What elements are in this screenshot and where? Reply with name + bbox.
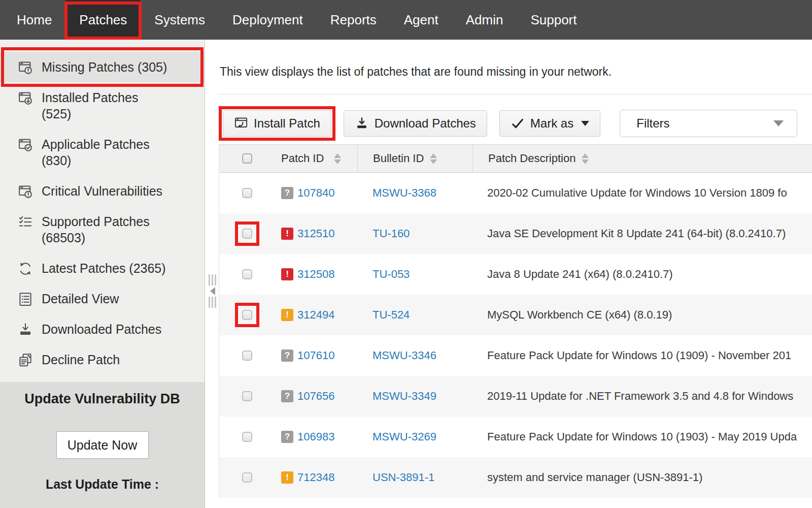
bulletin-id-link[interactable]: TU-524 [373, 308, 410, 322]
applicable-patches-icon [18, 137, 33, 152]
nav-item-deployment[interactable]: Deployment [219, 0, 317, 40]
row-checkbox[interactable] [242, 472, 252, 483]
chevron-down-icon [581, 121, 589, 126]
table-row: !712348USN-3891-1system and service mana… [219, 457, 812, 498]
checkbox-wrap [242, 432, 252, 442]
sort-down-arrow-icon [430, 160, 437, 164]
row-select-cell [219, 391, 275, 401]
sidebar: Missing Patches (305)Installed Patches (… [0, 40, 205, 508]
sidebar-item-supported-patches[interactable]: Supported Patches (68503) [0, 206, 205, 253]
sidebar-item-latest-patches[interactable]: Latest Patches (2365) [0, 253, 205, 283]
unknown-severity-icon: ? [281, 390, 293, 402]
toolbar: Install Patch Download Patches Mark as F… [219, 110, 812, 137]
patch-id-link[interactable]: 107840 [297, 186, 334, 200]
row-checkbox[interactable] [242, 188, 252, 198]
bulletin-id-link[interactable]: USN-3891-1 [373, 471, 434, 484]
important-severity-icon: ! [281, 309, 293, 321]
patches-table: Patch IDBulletin IDPatch Description?107… [219, 144, 812, 498]
sidebar-item-label: Critical Vulnerabilities [42, 183, 162, 199]
critical-severity-icon: ! [281, 228, 293, 240]
mark-as-button[interactable]: Mark as [499, 110, 600, 137]
nav-item-reports[interactable]: Reports [317, 0, 390, 40]
sidebar-item-label: Detailed View [42, 291, 119, 307]
bulletin-id-link[interactable]: MSWU-3346 [373, 349, 436, 362]
install-patch-icon [234, 116, 248, 131]
patch-id-link[interactable]: 107656 [297, 390, 334, 403]
main-content: This view displays the list of patches t… [205, 40, 812, 508]
bulletin-id-cell: TU-053 [357, 268, 472, 281]
sidebar-item-applicable-patches[interactable]: Applicable Patches (830) [0, 129, 205, 176]
patch-description-cell: Java 8 Update 241 (x64) (8.0.2410.7) [472, 268, 812, 281]
table-row: ?107656MSWU-33492019-11 Update for .NET … [219, 376, 812, 417]
column-header-patch-description[interactable]: Patch Description [472, 145, 812, 172]
download-patches-label: Download Patches [375, 116, 476, 131]
sidebar-menu: Missing Patches (305)Installed Patches (… [0, 40, 205, 375]
unknown-severity-icon: ? [281, 350, 293, 362]
nav-item-agent[interactable]: Agent [390, 0, 452, 40]
sidebar-item-label: Installed Patches (525) [42, 89, 168, 122]
update-now-button[interactable]: Update Now [56, 431, 149, 459]
column-header-bulletin-id[interactable]: Bulletin ID [357, 145, 472, 172]
checkbox-wrap [242, 472, 252, 483]
patch-id-link[interactable]: 712348 [297, 471, 334, 484]
sort-down-arrow-icon [334, 160, 341, 164]
patch-id-link[interactable]: 107610 [297, 349, 334, 362]
checkbox-wrap [242, 269, 252, 279]
row-checkbox[interactable] [242, 391, 252, 401]
sidebar-item-detailed-view[interactable]: Detailed View [0, 283, 205, 314]
nav-item-patches[interactable]: Patches [65, 0, 141, 40]
bulletin-id-cell: USN-3891-1 [357, 471, 472, 484]
sidebar-item-critical-vulnerabilities[interactable]: Critical Vulnerabilities [0, 176, 205, 206]
row-checkbox[interactable] [242, 351, 252, 361]
row-select-cell [219, 229, 275, 239]
bulletin-id-cell: TU-160 [357, 227, 472, 240]
bulletin-id-link[interactable]: MSWU-3349 [373, 390, 436, 403]
download-patches-button[interactable]: Download Patches [344, 110, 487, 137]
update-db-title: Update Vulnerability DB [24, 391, 180, 407]
bulletin-id-link[interactable]: MSWU-3368 [373, 186, 436, 200]
column-header-patch-id[interactable]: Patch ID [275, 145, 357, 172]
downloaded-patches-icon [18, 322, 33, 337]
nav-item-home[interactable]: Home [3, 0, 65, 40]
nav-item-admin[interactable]: Admin [452, 0, 517, 40]
table-row: ?106983MSWU-3269Feature Pack Update for … [219, 417, 812, 457]
patch-description-text: Feature Pack Update for Windows 10 (1903… [487, 430, 797, 443]
sidebar-item-downloaded-patches[interactable]: Downloaded Patches [0, 314, 205, 344]
patch-description-cell: Feature Pack Update for Windows 10 (1903… [472, 430, 812, 443]
row-checkbox[interactable] [242, 269, 252, 279]
missing-patches-icon [18, 60, 33, 75]
checkmark-icon [511, 116, 525, 131]
grip-icon [209, 274, 217, 285]
bulletin-id-link[interactable]: TU-053 [373, 268, 410, 281]
grip-icon [209, 297, 217, 308]
patch-id-link[interactable]: 312494 [297, 308, 334, 322]
patch-id-link[interactable]: 312510 [297, 227, 334, 240]
patch-id-link[interactable]: 312508 [297, 268, 334, 281]
critical-vulnerabilities-icon [18, 184, 33, 199]
nav-item-systems[interactable]: Systems [141, 0, 219, 40]
patch-id-link[interactable]: 106983 [297, 430, 334, 443]
nav-item-support[interactable]: Support [517, 0, 590, 40]
select-all-checkbox[interactable] [242, 153, 252, 164]
bulletin-id-cell: MSWU-3346 [357, 349, 472, 362]
sidebar-item-installed-patches[interactable]: Installed Patches (525) [0, 82, 205, 129]
install-patch-button[interactable]: Install Patch [223, 110, 331, 137]
patch-description-cell: system and service manager (USN-3891-1) [472, 471, 812, 484]
sidebar-collapse-handle[interactable] [208, 274, 218, 308]
sidebar-item-missing-patches[interactable]: Missing Patches (305) [0, 52, 205, 82]
sidebar-item-decline-patch[interactable]: Decline Patch [0, 344, 205, 375]
table-row: ?107840MSWU-33682020-02 Cumulative Updat… [219, 173, 812, 213]
sort-icon[interactable] [582, 153, 589, 164]
decline-patch-icon [18, 353, 33, 368]
bulletin-id-link[interactable]: TU-160 [373, 227, 410, 240]
sort-icon[interactable] [334, 153, 341, 164]
sidebar-item-label: Applicable Patches (830) [42, 136, 168, 169]
row-checkbox[interactable] [242, 432, 252, 442]
sort-icon[interactable] [430, 153, 437, 164]
checkbox-wrap [242, 391, 252, 401]
row-checkbox[interactable] [242, 310, 252, 320]
filters-dropdown[interactable]: Filters [620, 110, 797, 137]
row-checkbox[interactable] [242, 229, 252, 239]
patch-description-text: Java SE Development Kit 8 Update 241 (64… [487, 227, 786, 240]
bulletin-id-link[interactable]: MSWU-3269 [373, 430, 436, 443]
